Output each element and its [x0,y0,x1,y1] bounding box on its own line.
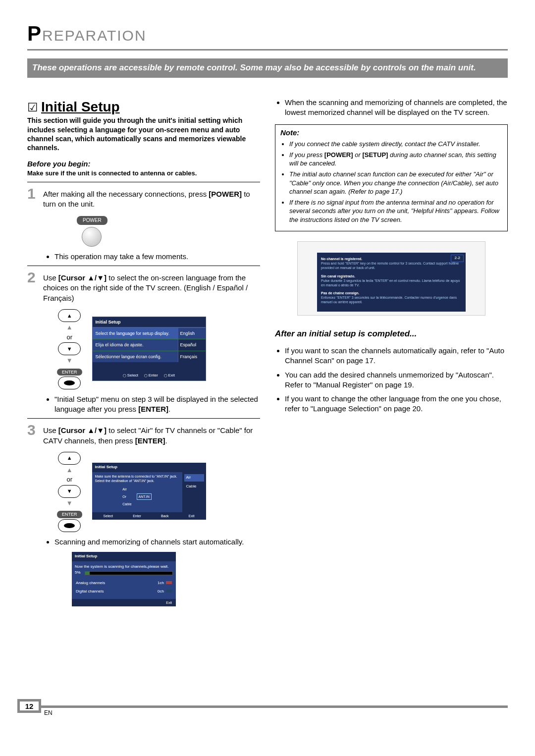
step-3: 3 Use [Cursor ▲/▼] to select "Air" for T… [27,423,260,446]
cursor-buttons: ▲ or ▼ ENTER [57,308,82,389]
option-air: Air [184,474,204,482]
hint-title: Pas de chaîne consign. [321,291,359,295]
osd-row-francais: Sélectionner langue écran config. França… [93,351,206,362]
step-2-note: "Initial Setup" menu on step 3 will be d… [54,394,260,415]
osd-row-label: Elija el idioma de ajuste. [93,339,178,350]
osd-scanning-menu: Initial Setup Now the system is scanning… [72,552,176,607]
note-item: If you press [POWER] or [SETUP] during a… [289,151,502,168]
channel-indicator: 2-2 [451,255,464,262]
diag-air-label: Air [122,487,131,491]
content-columns: ☑Initial Setup This section will guide y… [27,98,508,607]
osd-foot-select: Select [104,514,113,518]
osd-row-label: Select the language for setup display. [93,328,178,339]
progress-fill [85,572,90,575]
power-button-illustration: POWER [77,214,107,247]
enter-label: ENTER [57,369,82,376]
scan-msg: Now the system is scanning for channels,… [75,564,173,570]
scan-percent: 5% [75,570,81,576]
hint-sub: Enfoncez "ENTER" 3 secondes sur la téléc… [321,296,457,304]
divider [27,182,260,182]
step-2-body: Use [Cursor ▲/▼] to select the on-screen… [43,270,260,303]
section-heading-row: ☑Initial Setup [27,98,260,116]
diag-cable-label: Cable [122,502,131,506]
step-2-notes: "Initial Setup" menu on step 3 will be d… [54,394,260,415]
step-3-note: Scanning and memorizing of channels star… [54,537,260,547]
right-column: When the scanning and memorizing of chan… [275,98,508,607]
osd-row-value: Español [178,339,206,350]
step-1-note: This operation may take a few moments. [54,252,260,262]
step-2-text-a: Use [43,273,58,282]
right-top-bullets: When the scanning and memorizing of chan… [285,98,508,118]
step-3-illustration: ▲ or ▼ ENTER Initial Setup Make sure the… [57,451,260,532]
antenna-diagram-icon: Air Or Cable ANT.IN [95,483,179,510]
osd-foot-exit: Exit [164,373,175,378]
osd-row-espanol: Elija el idioma de ajuste. Español [93,339,206,350]
after-setup-list: If you want to scan the channels automat… [285,346,508,414]
hint-osd: 2-2 No channel is registered.Press and h… [317,253,466,312]
note-item: The initial auto channel scan function c… [289,170,502,196]
osd-footer: Select Enter Exit [93,371,206,380]
after-bullet: If you want to change the other language… [285,394,508,414]
osd-title: Initial Setup [92,463,206,472]
page-header-prefix: P [27,22,42,45]
osd-body: Make sure the antenna is connected to "A… [92,472,206,512]
osd-foot-exit: Exit [189,514,195,518]
step-1: 1 After making all the necessary connect… [27,186,260,210]
osd-side: Air Cable [182,472,206,512]
note-item: If there is no signal input from the ant… [289,198,502,224]
cursor-keyword: [Cursor ▲/▼] [58,426,107,434]
note-heading: Note: [280,128,502,138]
note-box: Note: If you connect the cable system di… [275,124,508,231]
osd-foot-exit: Exit [166,601,172,604]
osd-msg1: Make sure the antenna is connected to "A… [95,474,179,479]
step-2: 2 Use [Cursor ▲/▼] to select the on-scre… [27,270,260,303]
enter-button-icon [58,519,81,532]
step-3-number: 3 [27,423,38,446]
enter-button-icon [58,377,81,389]
digital-row: Digital channels 0ch [75,588,173,596]
divider [27,418,260,419]
hint-title: No channel is registered. [321,257,362,261]
after-bullet: If you want to scan the channels automat… [285,346,508,366]
arrow-up-icon: ▲ [57,466,82,475]
osd-msg2: Select the destination of "ANT.IN" jack. [95,479,179,483]
arrow-up-icon: ▲ [57,323,82,332]
digital-value: 0ch [158,589,164,594]
section-title: Initial Setup [41,99,120,114]
enter-keyword: [ENTER] [138,405,168,413]
arrow-down-icon: ▼ [57,356,82,365]
step-3-notes: Scanning and memorizing of channels star… [54,537,260,547]
osd-antenna-menu: Initial Setup Make sure the antenna is c… [92,463,206,520]
checkbox-icon: ☑ [27,101,38,114]
osd-foot-enter: Enter [133,514,141,518]
or-label: or [57,475,82,484]
note-list: If you connect the cable system directly… [289,140,502,224]
diag-antin-label: ANT.IN [137,493,152,500]
cursor-down-icon [58,485,81,498]
step-2-number: 2 [27,270,38,303]
power-keyword: [POWER] [209,190,242,198]
progress-bar [85,571,173,575]
before-you-begin-text: Make sure if the unit is connected to an… [27,169,260,178]
analog-row: Analog channels 1ch [75,579,173,588]
step-3-text-c: . [165,436,167,445]
indicator-icon [166,590,172,593]
page-header-title: REPARATION [42,27,147,44]
hint-sub: Press and hold "ENTER" key on the remote… [321,262,459,270]
osd-foot-back: Back [161,514,169,518]
analog-label: Analog channels [76,581,105,586]
right-top-bullet: When the scanning and memorizing of chan… [285,98,508,118]
power-label: POWER [77,216,107,225]
step-2-note-b: . [168,405,170,413]
step-1-body: After making all the necessary connectio… [43,186,260,210]
arrow-down-icon: ▼ [57,499,82,508]
before-you-begin-label: Before you begin: [27,159,260,169]
step-1-number: 1 [27,186,38,210]
step-1-text-a: After making all the necessary connectio… [43,190,209,198]
cursor-down-icon [58,342,81,355]
indicator-icon [166,581,172,584]
osd-language-menu: Initial Setup Select the language for se… [92,317,206,380]
enter-label: ENTER [57,511,82,518]
page-number: 12 [17,699,41,713]
osd-title: Initial Setup [72,552,176,561]
